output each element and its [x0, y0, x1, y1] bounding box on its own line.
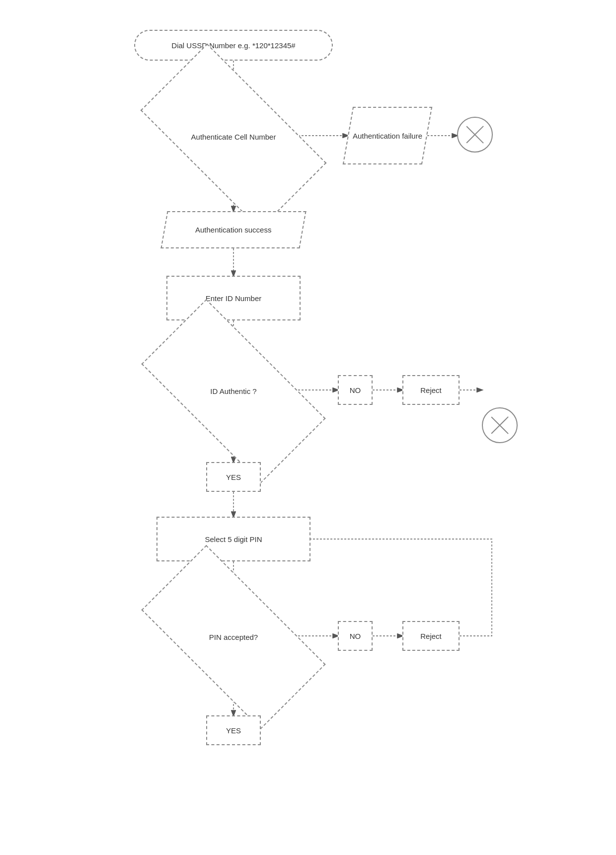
terminate-node-1	[457, 117, 493, 153]
no-label-2: NO	[338, 621, 373, 651]
auth-success-node: Authentication success	[160, 211, 306, 248]
select-pin-node: Select 5 digit PIN	[156, 517, 310, 561]
terminate-node-2	[482, 407, 518, 443]
reject-node-2: Reject	[402, 621, 460, 651]
pin-accepted-node: PIN accepted?	[149, 591, 318, 683]
yes-node-1: YES	[206, 462, 261, 492]
start-node: Dial USSD Number e.g. *120*12345#	[134, 30, 333, 61]
authenticate-cell-node: Authenticate Cell Number	[149, 89, 318, 184]
enter-id-node: Enter ID Number	[166, 276, 301, 320]
flowchart: Dial USSD Number e.g. *120*12345# Authen…	[84, 20, 532, 835]
id-authentic-node: ID Authentic ?	[149, 345, 318, 437]
reject-node-1: Reject	[402, 375, 460, 405]
yes-node-2: YES	[206, 715, 261, 745]
no-label-1: NO	[338, 375, 373, 405]
auth-failure-node: Authentication failure	[343, 107, 432, 164]
